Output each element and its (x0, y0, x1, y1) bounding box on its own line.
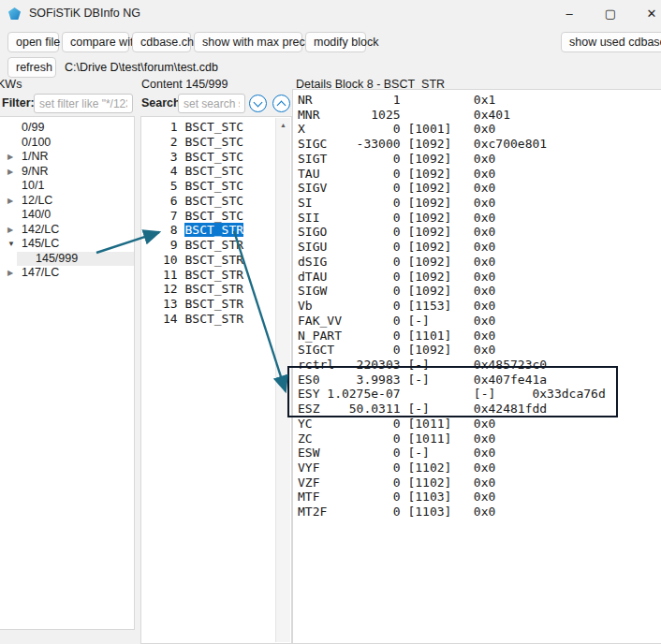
open-file-button[interactable]: open file (7, 32, 59, 52)
kw-tree: 0/990/100▶1/NR▶9/NR10/1▶12/LC140/0▶142/L… (0, 121, 134, 281)
list-item-number: 10 (163, 253, 184, 267)
modify-block-button[interactable]: modify block (305, 32, 366, 52)
list-item-3[interactable]: 3 BSCT_STC (141, 150, 272, 165)
tree-item-label: 1/NR (22, 150, 48, 165)
tree-item-label: 140/0 (22, 208, 51, 223)
refresh-button[interactable]: refresh (7, 57, 56, 78)
details-row-ESY: ESY 1.0275e-07 [-] 0x33dca76d (298, 387, 606, 402)
list-item-10[interactable]: 10 BSCT_STR (141, 253, 272, 268)
maximize-button[interactable]: ▢ (590, 0, 631, 28)
list-item-number: 8 (163, 223, 184, 237)
expand-icon[interactable]: ▶ (7, 194, 19, 209)
tree-item-9-NR[interactable]: ▶9/NR (0, 165, 134, 180)
close-button[interactable]: ✕ (631, 0, 661, 28)
list-item-4[interactable]: 4 BSCT_STC (141, 164, 272, 179)
list-item-1[interactable]: 1 BSCT_STC (141, 120, 272, 135)
details-row-X: X 0 [1001] 0x0 (298, 122, 606, 137)
kws-panel-gap (0, 630, 135, 644)
list-item-name: BSCT_STR (184, 253, 243, 267)
details-row-TAU: TAU 0 [1092] 0x0 (298, 167, 606, 182)
show-used-cdbase-button[interactable]: show used cdbase.cdb (561, 32, 661, 52)
tree-item-145-LC[interactable]: ▼145/LC (0, 237, 134, 252)
details-row-MTF: MTF 0 [1103] 0x0 (298, 490, 606, 505)
list-item-number: 6 (163, 194, 184, 208)
list-item-name: BSCT_STR (184, 282, 243, 296)
tree-item-0-100[interactable]: 0/100 (0, 136, 134, 151)
list-item-number: 1 (163, 120, 184, 134)
list-item-5[interactable]: 5 BSCT_STC (141, 179, 272, 194)
details-row-ESW: ESW 0 [-] 0x0 (298, 446, 606, 461)
list-item-14[interactable]: 14 BSCT_STR (141, 312, 272, 327)
list-item-2[interactable]: 2 BSCT_STC (141, 135, 272, 150)
list-item-9[interactable]: 9 BSCT_STR (141, 238, 272, 253)
list-item-number: 5 (163, 179, 184, 193)
tree-item-147-LC[interactable]: ▶147/LC (0, 266, 134, 281)
tree-item-145-999[interactable]: 145/999 (17, 252, 134, 267)
list-item-name: BSCT_STC (184, 209, 243, 223)
details-row-SIGCT: SIGCT 0 [1092] 0x0 (298, 343, 606, 358)
tree-item-1-NR[interactable]: ▶1/NR (0, 150, 134, 165)
scroll-up-icon[interactable]: ▲ (276, 118, 290, 132)
collapse-icon[interactable]: ▼ (7, 237, 19, 252)
list-item-6[interactable]: 6 BSCT_STC (141, 194, 272, 209)
expand-icon[interactable]: ▶ (7, 150, 19, 165)
list-item-name: BSCT_STC (184, 179, 243, 193)
search-input[interactable] (178, 94, 245, 113)
content-scrollbar[interactable]: ▲ (275, 118, 290, 642)
details-row-SIGW: SIGW 0 [1092] 0x0 (298, 284, 606, 299)
list-item-number: 7 (163, 209, 184, 223)
list-item-name: BSCT_STR (184, 268, 243, 282)
expand-icon[interactable]: ▶ (7, 223, 19, 238)
details-row-MNR: MNR 1025 0x401 (298, 108, 606, 123)
content-header: Content 145/999 (141, 78, 228, 91)
kws-header: KWs (0, 78, 22, 91)
expand-icon[interactable]: ▶ (7, 266, 19, 281)
compare-with-button[interactable]: compare with (62, 32, 129, 52)
app-icon (8, 7, 21, 20)
app-window: SOFiSTiK DBInfo NG – ▢ ✕ open file compa… (0, 0, 661, 644)
list-item-12[interactable]: 12 BSCT_STR (141, 282, 272, 297)
details-row-Vb: Vb 0 [1153] 0x0 (298, 299, 606, 314)
list-item-name: BSCT_STC (184, 164, 243, 178)
max-precision-button[interactable]: show with max precision (194, 32, 302, 52)
details-row-N_PART: N_PART 0 [1101] 0x0 (298, 329, 606, 344)
details-row-SII: SII 0 [1092] 0x0 (298, 211, 606, 226)
list-item-name: BSCT_STR (184, 297, 243, 311)
details-row-NR: NR 1 0x1 (298, 93, 606, 108)
details-panel: NR 1 0x1MNR 1025 0x401X 0 [1001] 0x0SIGC… (292, 89, 661, 644)
expand-icon[interactable]: ▶ (7, 165, 19, 180)
search-prev-button[interactable] (272, 95, 290, 112)
tree-item-140-0[interactable]: 140/0 (0, 208, 134, 223)
tree-item-142-LC[interactable]: ▶142/LC (0, 223, 134, 238)
tree-item-10-1[interactable]: 10/1 (0, 179, 134, 194)
list-item-number: 9 (163, 238, 184, 252)
tree-item-label: 145/999 (36, 252, 78, 267)
cdbase-chm-button[interactable]: cdbase.chm (132, 32, 191, 52)
list-item-8[interactable]: 8 BSCT_STR (141, 223, 272, 238)
list-item-name: BSCT_STR (184, 223, 243, 237)
details-row-FAK_VV: FAK_VV 0 [-] 0x0 (298, 314, 606, 329)
filter-input[interactable] (34, 94, 133, 113)
tree-item-label: 12/LC (22, 194, 52, 209)
tree-item-label: 142/LC (22, 223, 59, 238)
list-item-13[interactable]: 13 BSCT_STR (141, 297, 272, 312)
minimize-button[interactable]: – (549, 0, 590, 28)
details-row-ES0: ES0 3.9983 [-] 0x407fe41a (298, 373, 606, 388)
details-row-SIGT: SIGT 0 [1092] 0x0 (298, 152, 606, 167)
tree-item-0-99[interactable]: 0/99 (0, 121, 134, 136)
filter-label: Filter: (2, 96, 35, 110)
details-row-rctrl: rctrl 220303 [-] 0x485723c0 (298, 358, 606, 373)
list-item-name: BSCT_STC (184, 150, 243, 164)
tree-item-label: 0/99 (22, 121, 44, 136)
list-item-name: BSCT_STR (184, 312, 243, 326)
tree-item-label: 0/100 (22, 136, 51, 151)
list-item-name: BSCT_STC (184, 120, 243, 134)
list-item-number: 4 (163, 164, 184, 178)
search-next-button[interactable] (249, 95, 267, 112)
block-list: 1 BSCT_STC 2 BSCT_STC 3 BSCT_STC 4 BSCT_… (141, 120, 272, 327)
list-item-7[interactable]: 7 BSCT_STC (141, 209, 272, 224)
details-row-SIGV: SIGV 0 [1092] 0x0 (298, 181, 606, 196)
list-item-11[interactable]: 11 BSCT_STR (141, 268, 272, 283)
tree-item-12-LC[interactable]: ▶12/LC (0, 194, 134, 209)
kws-tree-panel: 0/990/100▶1/NR▶9/NR10/1▶12/LC140/0▶142/L… (0, 116, 135, 630)
